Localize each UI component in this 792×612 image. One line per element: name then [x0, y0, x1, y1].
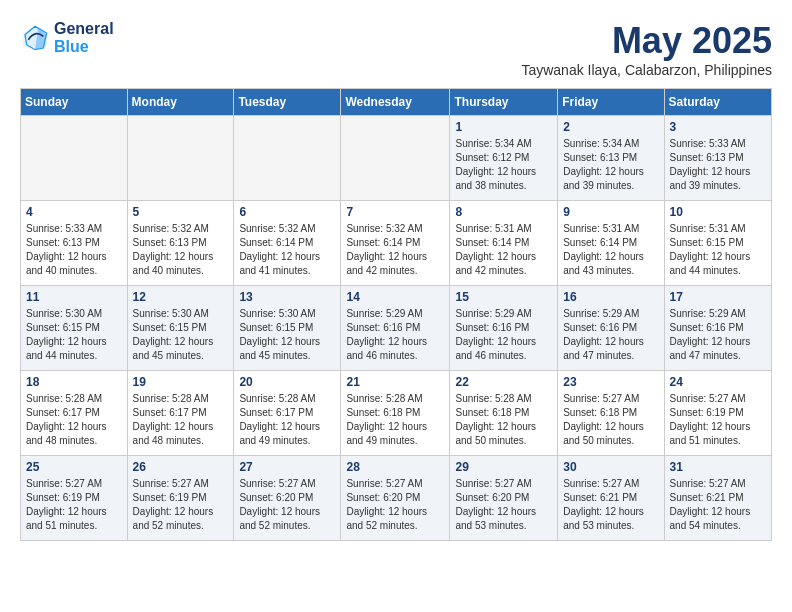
weekday-header: Thursday	[450, 89, 558, 116]
day-number: 24	[670, 375, 766, 389]
month-title: May 2025	[521, 20, 772, 62]
day-number: 11	[26, 290, 122, 304]
day-info: Sunrise: 5:31 AM Sunset: 6:14 PM Dayligh…	[563, 222, 658, 278]
calendar-cell: 16Sunrise: 5:29 AM Sunset: 6:16 PM Dayli…	[558, 286, 664, 371]
day-info: Sunrise: 5:30 AM Sunset: 6:15 PM Dayligh…	[26, 307, 122, 363]
day-number: 30	[563, 460, 658, 474]
calendar-cell: 2Sunrise: 5:34 AM Sunset: 6:13 PM Daylig…	[558, 116, 664, 201]
day-info: Sunrise: 5:27 AM Sunset: 6:21 PM Dayligh…	[563, 477, 658, 533]
calendar-week-row: 18Sunrise: 5:28 AM Sunset: 6:17 PM Dayli…	[21, 371, 772, 456]
calendar-cell: 18Sunrise: 5:28 AM Sunset: 6:17 PM Dayli…	[21, 371, 128, 456]
calendar-cell: 20Sunrise: 5:28 AM Sunset: 6:17 PM Dayli…	[234, 371, 341, 456]
calendar-cell: 1Sunrise: 5:34 AM Sunset: 6:12 PM Daylig…	[450, 116, 558, 201]
day-number: 20	[239, 375, 335, 389]
calendar-cell: 22Sunrise: 5:28 AM Sunset: 6:18 PM Dayli…	[450, 371, 558, 456]
calendar-cell: 27Sunrise: 5:27 AM Sunset: 6:20 PM Dayli…	[234, 456, 341, 541]
day-info: Sunrise: 5:29 AM Sunset: 6:16 PM Dayligh…	[670, 307, 766, 363]
weekday-header: Wednesday	[341, 89, 450, 116]
calendar-cell: 26Sunrise: 5:27 AM Sunset: 6:19 PM Dayli…	[127, 456, 234, 541]
day-info: Sunrise: 5:27 AM Sunset: 6:20 PM Dayligh…	[455, 477, 552, 533]
calendar-cell: 14Sunrise: 5:29 AM Sunset: 6:16 PM Dayli…	[341, 286, 450, 371]
day-number: 23	[563, 375, 658, 389]
day-info: Sunrise: 5:30 AM Sunset: 6:15 PM Dayligh…	[239, 307, 335, 363]
calendar-week-row: 25Sunrise: 5:27 AM Sunset: 6:19 PM Dayli…	[21, 456, 772, 541]
calendar-cell: 25Sunrise: 5:27 AM Sunset: 6:19 PM Dayli…	[21, 456, 128, 541]
calendar-cell: 13Sunrise: 5:30 AM Sunset: 6:15 PM Dayli…	[234, 286, 341, 371]
day-number: 31	[670, 460, 766, 474]
day-number: 28	[346, 460, 444, 474]
day-number: 17	[670, 290, 766, 304]
day-number: 8	[455, 205, 552, 219]
day-number: 6	[239, 205, 335, 219]
calendar-cell: 24Sunrise: 5:27 AM Sunset: 6:19 PM Dayli…	[664, 371, 771, 456]
day-info: Sunrise: 5:32 AM Sunset: 6:14 PM Dayligh…	[346, 222, 444, 278]
calendar-week-row: 1Sunrise: 5:34 AM Sunset: 6:12 PM Daylig…	[21, 116, 772, 201]
day-number: 14	[346, 290, 444, 304]
day-number: 29	[455, 460, 552, 474]
calendar-week-row: 4Sunrise: 5:33 AM Sunset: 6:13 PM Daylig…	[21, 201, 772, 286]
logo: General Blue	[20, 20, 114, 56]
day-number: 10	[670, 205, 766, 219]
calendar-cell	[21, 116, 128, 201]
day-info: Sunrise: 5:27 AM Sunset: 6:18 PM Dayligh…	[563, 392, 658, 448]
day-info: Sunrise: 5:33 AM Sunset: 6:13 PM Dayligh…	[26, 222, 122, 278]
day-number: 16	[563, 290, 658, 304]
day-info: Sunrise: 5:32 AM Sunset: 6:14 PM Dayligh…	[239, 222, 335, 278]
weekday-header: Monday	[127, 89, 234, 116]
day-info: Sunrise: 5:34 AM Sunset: 6:12 PM Dayligh…	[455, 137, 552, 193]
day-number: 18	[26, 375, 122, 389]
day-number: 3	[670, 120, 766, 134]
calendar-cell: 15Sunrise: 5:29 AM Sunset: 6:16 PM Dayli…	[450, 286, 558, 371]
calendar-cell: 17Sunrise: 5:29 AM Sunset: 6:16 PM Dayli…	[664, 286, 771, 371]
day-info: Sunrise: 5:29 AM Sunset: 6:16 PM Dayligh…	[455, 307, 552, 363]
day-info: Sunrise: 5:27 AM Sunset: 6:19 PM Dayligh…	[133, 477, 229, 533]
day-info: Sunrise: 5:32 AM Sunset: 6:13 PM Dayligh…	[133, 222, 229, 278]
day-info: Sunrise: 5:34 AM Sunset: 6:13 PM Dayligh…	[563, 137, 658, 193]
calendar-cell: 11Sunrise: 5:30 AM Sunset: 6:15 PM Dayli…	[21, 286, 128, 371]
day-number: 1	[455, 120, 552, 134]
weekday-header: Sunday	[21, 89, 128, 116]
day-number: 15	[455, 290, 552, 304]
calendar-table: SundayMondayTuesdayWednesdayThursdayFrid…	[20, 88, 772, 541]
day-info: Sunrise: 5:28 AM Sunset: 6:17 PM Dayligh…	[239, 392, 335, 448]
day-info: Sunrise: 5:27 AM Sunset: 6:19 PM Dayligh…	[670, 392, 766, 448]
day-info: Sunrise: 5:29 AM Sunset: 6:16 PM Dayligh…	[563, 307, 658, 363]
calendar-cell: 28Sunrise: 5:27 AM Sunset: 6:20 PM Dayli…	[341, 456, 450, 541]
calendar-cell: 6Sunrise: 5:32 AM Sunset: 6:14 PM Daylig…	[234, 201, 341, 286]
calendar-cell: 9Sunrise: 5:31 AM Sunset: 6:14 PM Daylig…	[558, 201, 664, 286]
calendar-cell: 29Sunrise: 5:27 AM Sunset: 6:20 PM Dayli…	[450, 456, 558, 541]
day-number: 4	[26, 205, 122, 219]
day-number: 7	[346, 205, 444, 219]
calendar-cell: 31Sunrise: 5:27 AM Sunset: 6:21 PM Dayli…	[664, 456, 771, 541]
calendar-cell: 30Sunrise: 5:27 AM Sunset: 6:21 PM Dayli…	[558, 456, 664, 541]
weekday-header: Tuesday	[234, 89, 341, 116]
day-info: Sunrise: 5:27 AM Sunset: 6:20 PM Dayligh…	[346, 477, 444, 533]
day-number: 25	[26, 460, 122, 474]
day-info: Sunrise: 5:31 AM Sunset: 6:15 PM Dayligh…	[670, 222, 766, 278]
location-title: Taywanak Ilaya, Calabarzon, Philippines	[521, 62, 772, 78]
day-info: Sunrise: 5:31 AM Sunset: 6:14 PM Dayligh…	[455, 222, 552, 278]
weekday-header: Friday	[558, 89, 664, 116]
day-info: Sunrise: 5:28 AM Sunset: 6:18 PM Dayligh…	[455, 392, 552, 448]
day-number: 9	[563, 205, 658, 219]
day-info: Sunrise: 5:27 AM Sunset: 6:20 PM Dayligh…	[239, 477, 335, 533]
day-number: 2	[563, 120, 658, 134]
day-info: Sunrise: 5:27 AM Sunset: 6:19 PM Dayligh…	[26, 477, 122, 533]
day-number: 12	[133, 290, 229, 304]
day-info: Sunrise: 5:28 AM Sunset: 6:17 PM Dayligh…	[133, 392, 229, 448]
calendar-cell	[127, 116, 234, 201]
day-number: 26	[133, 460, 229, 474]
calendar-cell: 23Sunrise: 5:27 AM Sunset: 6:18 PM Dayli…	[558, 371, 664, 456]
weekday-header: Saturday	[664, 89, 771, 116]
logo-icon	[20, 23, 50, 53]
calendar-cell	[341, 116, 450, 201]
calendar-cell: 8Sunrise: 5:31 AM Sunset: 6:14 PM Daylig…	[450, 201, 558, 286]
calendar-cell	[234, 116, 341, 201]
calendar-header-row: SundayMondayTuesdayWednesdayThursdayFrid…	[21, 89, 772, 116]
day-info: Sunrise: 5:29 AM Sunset: 6:16 PM Dayligh…	[346, 307, 444, 363]
day-number: 22	[455, 375, 552, 389]
day-number: 27	[239, 460, 335, 474]
day-info: Sunrise: 5:27 AM Sunset: 6:21 PM Dayligh…	[670, 477, 766, 533]
calendar-cell: 5Sunrise: 5:32 AM Sunset: 6:13 PM Daylig…	[127, 201, 234, 286]
calendar-week-row: 11Sunrise: 5:30 AM Sunset: 6:15 PM Dayli…	[21, 286, 772, 371]
